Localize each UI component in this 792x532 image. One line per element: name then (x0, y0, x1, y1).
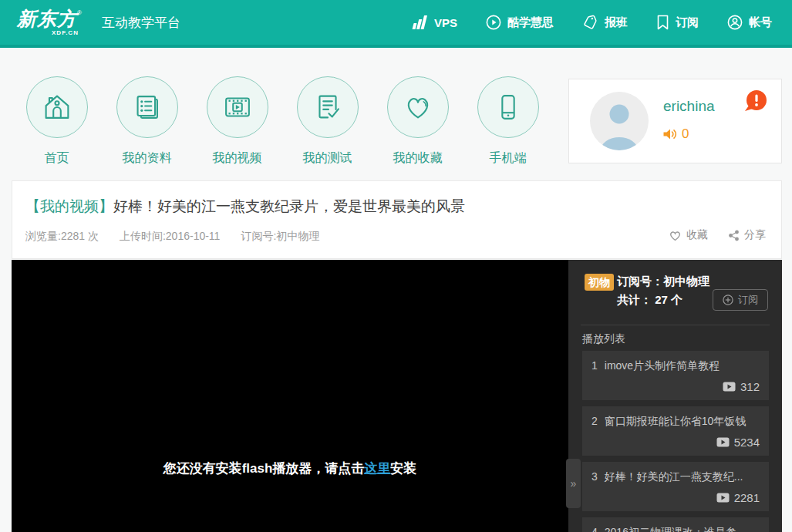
avatar[interactable] (590, 92, 649, 150)
sound-counter[interactable]: 0 (662, 126, 689, 142)
quicknav-circle (297, 76, 359, 138)
flash-msg-before: 您还没有安装flash播放器，请点击 (163, 461, 365, 476)
video-meta-row: 浏览量:2281 次 上传时间:2016-10-11 订阅号:初中物理 (25, 230, 319, 244)
view-count: 浏览量:2281 次 (25, 230, 99, 244)
playlist-item-views: 5234 (734, 436, 760, 449)
phone-icon (490, 89, 526, 125)
playlist-item-count: 312 (723, 380, 760, 393)
topnav-label: 订阅 (676, 15, 699, 30)
top-header: 新东方 ® XDF.CN 互动教学平台 VPS (0, 0, 792, 48)
subscribe-label: 订阅 (738, 293, 758, 307)
quick-nav: 首页 (12, 76, 553, 167)
sidebar-collapse-handle[interactable]: » (566, 459, 581, 508)
quicknav-tests[interactable]: 我的测试 (282, 76, 372, 167)
tag-icon (582, 15, 598, 30)
playlist-item-title: 好棒！好美的江一燕支教纪... (605, 470, 743, 484)
playlist-item-index: 4 (591, 526, 598, 532)
bar-chart-icon (411, 15, 428, 29)
channel-name: 订阅号:初中物理 (241, 230, 319, 244)
quicknav-label: 我的测试 (303, 150, 352, 167)
topnav-zhanghao[interactable]: 帐号 (727, 15, 772, 30)
play-circle-icon (486, 15, 501, 30)
registered-mark: ® (77, 10, 82, 16)
video-actions: 收藏 分享 (669, 228, 766, 242)
playlist-item-title: 窗口期报班能让你省10年饭钱 (605, 415, 747, 429)
topnav-vps[interactable]: VPS (411, 15, 457, 29)
playlist-item-title: imove片头制作简单教程 (605, 359, 720, 373)
logo-text: 新东方 (17, 9, 77, 29)
sidebar-divider (581, 325, 770, 325)
brand: 新东方 ® XDF.CN 互动教学平台 (17, 9, 180, 36)
playlist-item-head: 3 好棒！好美的江一燕支教纪... (591, 470, 760, 484)
quicknav-materials[interactable]: 我的资料 (102, 76, 192, 167)
video-player[interactable]: 您还没有安装flash播放器，请点击这里安装 (12, 260, 568, 532)
playlist-item-title: 2016初二物理课改：谁是参... (605, 526, 746, 532)
flash-missing-message: 您还没有安装flash播放器，请点击这里安装 (12, 460, 568, 477)
quicknav-mobile[interactable]: 手机端 (463, 76, 553, 167)
user-circle-icon (727, 15, 743, 30)
xdf-logo[interactable]: 新东方 ® XDF.CN (17, 9, 82, 36)
playlist-item-head: 4 2016初二物理课改：谁是参... (591, 526, 760, 532)
play-count-icon (723, 382, 736, 392)
quicknav-circle (477, 76, 539, 138)
quicknav-label: 我的收藏 (393, 150, 443, 167)
home-icon (39, 89, 75, 125)
logo-domain: XDF.CN (52, 30, 79, 36)
quicknav-label: 我的视频 (213, 150, 262, 167)
film-icon (220, 89, 255, 125)
topnav-baoban[interactable]: 报班 (582, 15, 628, 30)
quicknav-label: 首页 (45, 150, 69, 167)
playlist-item-4[interactable]: 4 2016初二物理课改：谁是参... (582, 517, 769, 532)
logo-wordmark: 新东方 ® (17, 9, 82, 29)
quicknav-favorites[interactable]: 我的收藏 (372, 76, 463, 167)
playlist-item-1[interactable]: 1 imove片头制作简单教程 312 (582, 351, 769, 400)
username[interactable]: erichina (663, 98, 715, 115)
playlist-item-count: 5234 (716, 436, 760, 449)
alert-notification-icon[interactable] (743, 89, 769, 115)
platform-title: 互动教学平台 (102, 14, 180, 32)
topnav-label: VPS (434, 16, 457, 29)
topnav-dingyue[interactable]: 订阅 (656, 15, 699, 30)
quicknav-circle (26, 76, 88, 138)
user-card: erichina 0 (568, 79, 782, 163)
top-nav: VPS 酷学慧思 报班 (411, 15, 772, 30)
share-icon (728, 230, 740, 241)
chevron-right-icon: » (571, 477, 577, 490)
upload-time: 上传时间:2016-10-11 (120, 230, 220, 244)
subscribe-button[interactable]: 订阅 (713, 289, 768, 311)
playlist-item-head: 1 imove片头制作简单教程 (591, 359, 760, 373)
flash-install-link[interactable]: 这里 (364, 461, 390, 476)
speaker-icon (662, 127, 678, 141)
video-title-row: 【我的视频】好棒！好美的江一燕支教纪录片，爱是世界最美的风景 (25, 197, 465, 217)
share-label: 分享 (744, 228, 766, 242)
topnav-kuxue[interactable]: 酷学慧思 (486, 15, 554, 30)
quicknav-label: 我的资料 (123, 150, 172, 167)
playlist-item-views: 312 (740, 380, 760, 393)
person-silhouette-icon (590, 92, 649, 150)
quicknav-circle (116, 76, 178, 138)
quicknav-videos[interactable]: 我的视频 (192, 76, 282, 167)
sound-count: 0 (682, 126, 689, 142)
topnav-label: 报班 (605, 15, 628, 30)
video-title: 好棒！好美的江一燕支教纪录片，爱是世界最美的风景 (113, 198, 465, 214)
quicknav-label: 手机端 (490, 150, 527, 167)
favorite-label: 收藏 (686, 228, 708, 242)
heart-icon (400, 89, 436, 125)
video-title-card: 【我的视频】好棒！好美的江一燕支教纪录片，爱是世界最美的风景 浏览量:2281 … (12, 180, 782, 259)
bookmark-icon (656, 15, 669, 30)
play-count-icon (716, 493, 730, 503)
playlist-item-views: 2281 (734, 491, 760, 504)
playlist-item-2[interactable]: 2 窗口期报班能让你省10年饭钱 5234 (582, 406, 769, 456)
playlist-item-index: 3 (591, 470, 598, 484)
quicknav-home[interactable]: 首页 (12, 76, 102, 167)
favorite-button[interactable]: 收藏 (669, 228, 708, 242)
video-category: 【我的视频】 (25, 198, 113, 214)
playlist-item-index: 1 (591, 359, 598, 373)
heart-outline-icon (669, 230, 682, 241)
sidebar-channel-name: 订阅号：初中物理 (617, 274, 709, 289)
playlist-sidebar: 初物 订阅号：初中物理 共计： 27 个 订阅 播放列表 1 imove片头制作… (568, 260, 782, 532)
share-button[interactable]: 分享 (728, 228, 766, 242)
quicknav-circle (387, 76, 449, 138)
playlist-item-head: 2 窗口期报班能让你省10年饭钱 (591, 415, 760, 429)
playlist-item-3[interactable]: 3 好棒！好美的江一燕支教纪... 2281 (582, 462, 769, 511)
